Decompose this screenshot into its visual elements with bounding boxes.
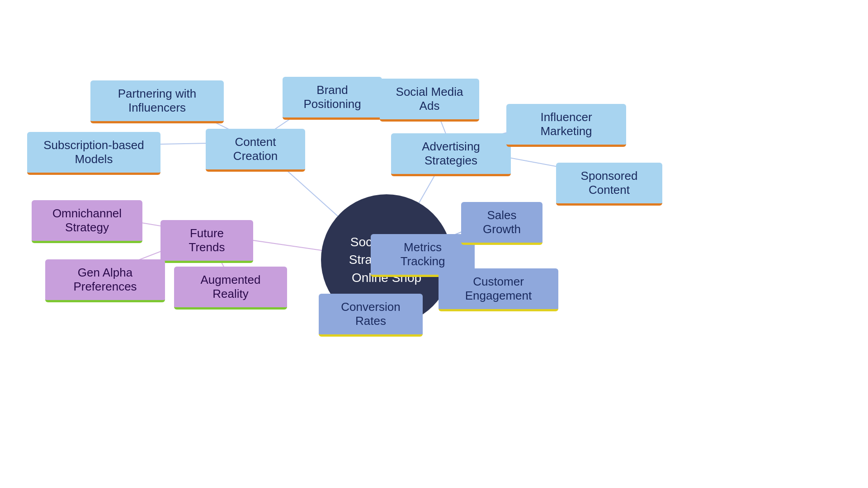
node-gen_alpha_preferences[interactable]: Gen Alpha Preferences bbox=[45, 259, 165, 302]
mindmap-container: Social Media Strategies for Online ShopC… bbox=[0, 0, 868, 488]
node-conversion_rates[interactable]: Conversion Rates bbox=[319, 294, 423, 337]
node-advertising_strategies[interactable]: Advertising Strategies bbox=[391, 133, 511, 176]
node-social_media_ads[interactable]: Social Media Ads bbox=[380, 79, 479, 122]
node-future_trends[interactable]: Future Trends bbox=[160, 220, 253, 263]
node-sponsored_content[interactable]: Sponsored Content bbox=[556, 163, 662, 206]
node-partnering_influencers[interactable]: Partnering with Influencers bbox=[90, 80, 224, 123]
node-influencer_marketing[interactable]: Influencer Marketing bbox=[506, 104, 626, 147]
node-subscription_models[interactable]: Subscription-based Models bbox=[27, 132, 160, 175]
node-customer_engagement[interactable]: Customer Engagement bbox=[439, 268, 558, 311]
node-omnichannel_strategy[interactable]: Omnichannel Strategy bbox=[32, 200, 142, 243]
node-augmented_reality[interactable]: Augmented Reality bbox=[174, 267, 287, 310]
node-sales_growth[interactable]: Sales Growth bbox=[461, 202, 542, 245]
node-brand_positioning[interactable]: Brand Positioning bbox=[283, 77, 382, 120]
node-content_creation[interactable]: Content Creation bbox=[206, 129, 305, 172]
